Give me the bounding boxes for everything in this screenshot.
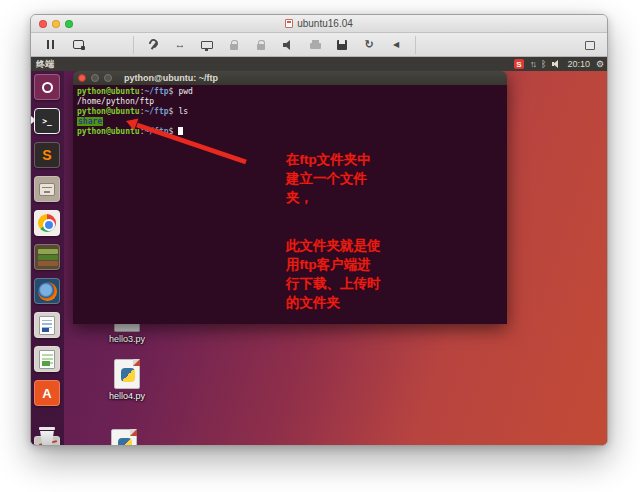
printer-icon xyxy=(310,43,321,49)
python-logo-icon xyxy=(118,438,132,446)
collapse-icon: ◀ xyxy=(393,41,399,49)
volume-icon[interactable] xyxy=(552,60,561,68)
floppy-icon xyxy=(337,40,347,50)
launcher-item-libreoffice-calc[interactable] xyxy=(34,346,60,372)
window-title-wrap: ubuntu16.04 xyxy=(31,18,607,29)
display-icon xyxy=(201,41,213,49)
terminal-line: share xyxy=(77,117,503,127)
settings-button[interactable] xyxy=(144,37,162,53)
prompt-dollar: $ xyxy=(169,107,174,116)
sublime-text-icon: S xyxy=(42,147,51,163)
command-ls: ls xyxy=(178,107,188,116)
terminal-titlebar[interactable]: python@ubuntu: ~/ftp xyxy=(73,71,507,85)
desktop: >_ S A python@ubun xyxy=(31,71,608,446)
trash-icon xyxy=(39,427,55,446)
command-pwd: pwd xyxy=(178,87,192,96)
bluetooth-icon[interactable]: ᛒ xyxy=(541,59,546,69)
minimize-button[interactable] xyxy=(52,20,60,28)
toolbar-right-group xyxy=(581,37,599,53)
traffic-lights xyxy=(39,20,73,28)
libreoffice-calc-icon xyxy=(39,350,55,369)
ubuntu-software-icon: A xyxy=(42,386,51,401)
launcher-item-file-manager[interactable] xyxy=(34,176,60,202)
ubuntu-panel: 终端 S ↑↓ ᛒ 20:10 ⚙ xyxy=(31,57,608,71)
launcher-item-chromium[interactable] xyxy=(34,210,60,236)
terminal-line: python@ubuntu:~/ftp$ls xyxy=(77,107,503,117)
terminal-cursor xyxy=(178,127,183,135)
python-file-icon xyxy=(114,359,140,389)
wrench-icon xyxy=(147,39,159,51)
launcher-item-trash[interactable] xyxy=(34,424,60,446)
prompt-user-host: python@ubuntu xyxy=(77,87,140,96)
file-manager-icon xyxy=(39,183,55,196)
terminal-close-button[interactable] xyxy=(78,74,86,82)
refresh-icon: ↻ xyxy=(364,39,373,50)
prompt-user-host: python@ubuntu xyxy=(77,127,140,136)
prompt-user-host: python@ubuntu xyxy=(77,107,140,116)
python-file-icon xyxy=(111,429,137,446)
window-title: ubuntu16.04 xyxy=(297,18,353,29)
window-mode-icon xyxy=(585,41,595,50)
pwd-output: /home/python/ftp xyxy=(77,97,154,106)
display-button[interactable] xyxy=(198,37,216,53)
collapse-button[interactable]: ◀ xyxy=(387,37,405,53)
python-logo-icon xyxy=(121,368,135,382)
network-arrows-icon[interactable]: ↑↓ xyxy=(530,59,535,69)
desktop-icon-hello4[interactable]: hello4.py xyxy=(101,359,153,401)
terminal-line: python@ubuntu:~/ftp$pwd xyxy=(77,87,503,97)
terminal-maximize-button[interactable] xyxy=(104,74,112,82)
desktop-icon-hello3[interactable]: hello3.py xyxy=(101,324,153,344)
sound-button[interactable] xyxy=(279,37,297,53)
desktop-icon-cutoff[interactable] xyxy=(98,429,150,446)
launcher-item-books[interactable] xyxy=(34,244,60,270)
refresh-button[interactable]: ↻ xyxy=(360,37,378,53)
lock-icon xyxy=(230,44,238,50)
launcher-item-dash-home[interactable] xyxy=(34,74,60,100)
floppy-button[interactable] xyxy=(333,37,351,53)
fit-resize-button[interactable]: ↔ xyxy=(171,37,189,53)
prompt-dollar: $ xyxy=(169,87,174,96)
snapshots-button[interactable] xyxy=(69,37,87,53)
ls-output-directory: share xyxy=(77,117,103,126)
hidden-file-icon xyxy=(114,324,140,332)
books-icon xyxy=(38,249,58,254)
vm-window: ubuntu16.04 ↔ ↻ ◀ 终端 S xyxy=(30,14,608,446)
file-label: hello3.py xyxy=(101,334,153,344)
terminal-icon: >_ xyxy=(42,117,52,126)
libreoffice-writer-icon xyxy=(39,316,55,335)
annotation-text: 在ftp文件夹中 建立一个文件 夹， 此文件夹就是使 用ftp客户端进 行下载、… xyxy=(286,131,436,331)
launcher-item-libreoffice-writer[interactable] xyxy=(34,312,60,338)
lock-alt-icon xyxy=(257,44,265,50)
vm-toolbar: ↔ ↻ ◀ xyxy=(31,33,607,57)
lock-button[interactable] xyxy=(225,37,243,53)
sogou-input-icon[interactable]: S xyxy=(514,59,524,69)
firefox-icon xyxy=(38,282,57,301)
toolbar-center-group: ↔ ↻ ◀ xyxy=(133,36,416,54)
printer-button[interactable] xyxy=(306,37,324,53)
launcher-item-terminal[interactable]: >_ xyxy=(34,108,60,134)
app-menu-terminal[interactable]: 终端 xyxy=(36,58,54,71)
window-mode-button[interactable] xyxy=(581,37,599,53)
launcher-item-ubuntu-software[interactable]: A xyxy=(34,380,60,406)
zoom-button[interactable] xyxy=(65,20,73,28)
lock-alt-button[interactable] xyxy=(252,37,270,53)
prompt-path: ~/ftp xyxy=(144,127,168,136)
session-gear-icon[interactable]: ⚙ xyxy=(596,59,604,69)
launcher-item-sublime-text[interactable]: S xyxy=(34,142,60,168)
annotation-block-1: 在ftp文件夹中 建立一个文件 夹， xyxy=(286,150,436,207)
sound-icon xyxy=(283,40,294,50)
terminal-title: python@ubuntu: ~/ftp xyxy=(124,73,218,83)
panel-clock[interactable]: 20:10 xyxy=(567,59,590,69)
prompt-dollar: $ xyxy=(169,127,174,136)
close-button[interactable] xyxy=(39,20,47,28)
terminal-minimize-button[interactable] xyxy=(91,74,99,82)
prompt-path: ~/ftp xyxy=(144,87,168,96)
books-icon-bottom xyxy=(38,261,58,266)
launcher-item-firefox[interactable] xyxy=(34,278,60,304)
vm-doc-icon xyxy=(285,19,293,28)
ubuntu-logo-icon xyxy=(42,82,53,93)
pause-button[interactable] xyxy=(41,37,59,53)
books-icon-mid xyxy=(38,255,58,260)
terminal-line: /home/python/ftp xyxy=(77,97,503,107)
fit-resize-icon: ↔ xyxy=(175,39,186,50)
